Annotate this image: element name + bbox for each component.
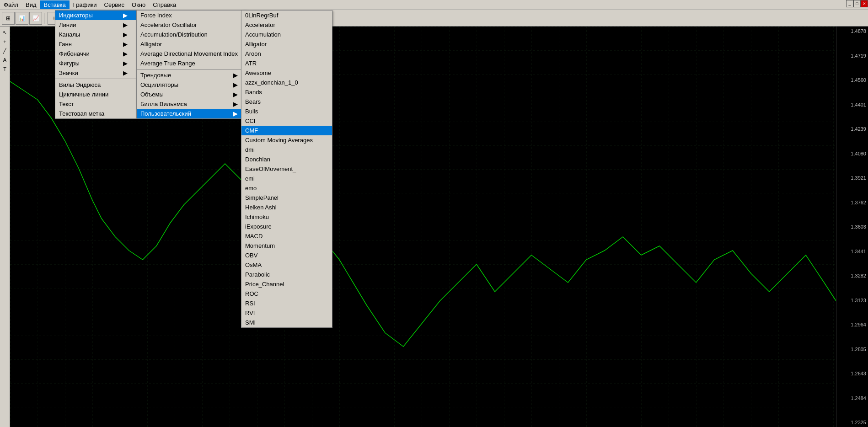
insert-item-text[interactable]: Текст bbox=[55, 99, 137, 109]
menu-window[interactable]: Окно bbox=[128, 0, 149, 9]
ind-item-volumes[interactable]: Объемы ▶ bbox=[137, 90, 247, 99]
custom-item-donchian[interactable]: Donchian bbox=[241, 155, 332, 164]
scale-val-7: 1.3762 bbox=[838, 200, 866, 205]
custom-item-macd[interactable]: MACD bbox=[241, 231, 332, 241]
custom-item-awesome[interactable]: Awesome bbox=[241, 68, 332, 78]
ind-item-custom[interactable]: Пользовательский ▶ bbox=[137, 109, 247, 118]
scale-val-11: 1.3123 bbox=[838, 298, 866, 303]
custom-item-accumulation[interactable]: Accumulation bbox=[241, 30, 332, 39]
left-btn-line[interactable]: ╱ bbox=[1, 47, 9, 55]
custom-item-accelerator[interactable]: Accelerator bbox=[241, 20, 332, 30]
custom-item-aroon[interactable]: Aroon bbox=[241, 49, 332, 59]
ind-item-trend[interactable]: Трендовые ▶ bbox=[137, 70, 247, 80]
scale-val-5: 1.4080 bbox=[838, 151, 866, 156]
custom-item-roc[interactable]: ROC bbox=[241, 289, 332, 299]
ind-item-alligator[interactable]: Alligator bbox=[137, 39, 247, 49]
menu-charts[interactable]: Графики bbox=[70, 0, 101, 9]
custom-item-bears[interactable]: Bears bbox=[241, 97, 332, 107]
custom-item-cmf[interactable]: CMF bbox=[241, 126, 332, 135]
ind-item-admi[interactable]: Average Directional Movement Index bbox=[137, 49, 247, 59]
custom-item-emi[interactable]: emi bbox=[241, 174, 332, 183]
lines-arrow: ▶ bbox=[123, 21, 128, 28]
scale-val-1: 1.4719 bbox=[838, 53, 866, 59]
insert-item-shapes[interactable]: Фигуры ▶ bbox=[55, 59, 137, 68]
custom-item-obv[interactable]: OBV bbox=[241, 251, 332, 260]
custom-item-iexposure[interactable]: iExposure bbox=[241, 222, 332, 231]
custom-item-atr[interactable]: ATR bbox=[241, 59, 332, 68]
scale-val-8: 1.3603 bbox=[838, 224, 866, 230]
custom-item-momentum[interactable]: Momentum bbox=[241, 241, 332, 251]
menu-service[interactable]: Сервис bbox=[101, 0, 129, 9]
insert-item-gann[interactable]: Ганн ▶ bbox=[55, 39, 137, 49]
toolbar-bar-btn[interactable]: 📈 bbox=[29, 12, 42, 25]
custom-item-simplepanel[interactable]: SimplePanel bbox=[241, 193, 332, 203]
fib-arrow: ▶ bbox=[123, 50, 128, 57]
ind-item-bill[interactable]: Билла Вильямса ▶ bbox=[137, 99, 247, 109]
insert-item-andrews[interactable]: Вилы Эндрюса bbox=[55, 80, 137, 90]
insert-item-indicators[interactable]: Индикаторы ▶ bbox=[55, 11, 137, 20]
ind-item-acc-osc[interactable]: Accelerator Oscillator bbox=[137, 20, 247, 30]
ind-item-osc[interactable]: Осцилляторы ▶ bbox=[137, 80, 247, 90]
toolbar-grid-btn[interactable]: ⊞ bbox=[2, 12, 15, 25]
custom-item-heiken[interactable]: Heiken Ashi bbox=[241, 203, 332, 212]
indicators-dropdown: Force Index Accelerator Oscillator Accum… bbox=[136, 10, 247, 119]
ind-item-acc-dist[interactable]: Accumulation/Distribution bbox=[137, 30, 247, 39]
shapes-arrow: ▶ bbox=[123, 60, 128, 67]
custom-item-ease[interactable]: EaseOfMovement_ bbox=[241, 164, 332, 174]
toolbar-sep1 bbox=[44, 13, 46, 24]
left-btn-cursor[interactable]: ↖ bbox=[1, 28, 9, 37]
signs-arrow: ▶ bbox=[123, 69, 128, 76]
ind-item-force[interactable]: Force Index bbox=[137, 11, 247, 20]
insert-item-fib[interactable]: Фибоначчи ▶ bbox=[55, 49, 137, 59]
insert-item-textlabel[interactable]: Текстовая метка bbox=[55, 109, 137, 118]
menu-insert[interactable]: Вставка bbox=[40, 0, 70, 9]
custom-item-rsi[interactable]: RSI bbox=[241, 299, 332, 308]
gann-arrow: ▶ bbox=[123, 41, 128, 48]
left-btn-crosshair[interactable]: + bbox=[1, 37, 9, 46]
custom-item-dmi[interactable]: dmi bbox=[241, 145, 332, 155]
bill-arrow: ▶ bbox=[233, 101, 238, 107]
restore-button[interactable]: □ bbox=[853, 0, 861, 7]
menu-view[interactable]: Вид bbox=[22, 0, 40, 9]
insert-item-cyclines[interactable]: Цикличные линии bbox=[55, 90, 137, 99]
insert-sep1 bbox=[55, 79, 137, 79]
custom-item-cci[interactable]: CCI bbox=[241, 116, 332, 126]
custom-item-price-channel[interactable]: Price_Channel bbox=[241, 279, 332, 289]
toolbar-candle-btn[interactable]: 📊 bbox=[16, 12, 28, 25]
custom-item-azzx[interactable]: azzx_donchian_1_0 bbox=[241, 78, 332, 87]
close-button[interactable]: ✕ bbox=[861, 0, 868, 7]
scale-val-4: 1.4239 bbox=[838, 126, 866, 132]
scale-val-2: 1.4560 bbox=[838, 77, 866, 83]
left-btn-text[interactable]: A bbox=[1, 56, 9, 64]
custom-item-smi[interactable]: SMI bbox=[241, 318, 332, 327]
insert-item-channels[interactable]: Каналы ▶ bbox=[55, 30, 137, 39]
scale-val-10: 1.3282 bbox=[838, 273, 866, 278]
menu-file[interactable]: Файл bbox=[0, 0, 22, 9]
ind-item-atr[interactable]: Average True Range bbox=[137, 59, 247, 68]
scale-val-6: 1.3921 bbox=[838, 175, 866, 181]
scale-val-13: 1.2805 bbox=[838, 347, 866, 352]
custom-item-custom-ma[interactable]: Custom Moving Averages bbox=[241, 135, 332, 145]
custom-item-ichimoku[interactable]: Ichimoku bbox=[241, 212, 332, 222]
ind-sep1 bbox=[137, 69, 247, 69]
custom-item-bulls[interactable]: Bulls bbox=[241, 107, 332, 116]
custom-item-rvi[interactable]: RVI bbox=[241, 308, 332, 318]
right-scale: 1.4878 1.4719 1.4560 1.4401 1.4239 1.408… bbox=[836, 27, 868, 427]
minimize-button[interactable]: _ bbox=[846, 0, 853, 7]
custom-item-0linregrbuf[interactable]: 0LinRegrBuf bbox=[241, 11, 332, 20]
custom-item-alligator[interactable]: Alligator bbox=[241, 39, 332, 49]
custom-dropdown: 0LinRegrBuf Accelerator Accumulation All… bbox=[241, 10, 332, 328]
menu-help[interactable]: Справка bbox=[149, 0, 180, 9]
window-controls: _ □ ✕ bbox=[846, 0, 868, 7]
custom-item-parabolic[interactable]: Parabolic bbox=[241, 270, 332, 279]
scale-val-15: 1.2484 bbox=[838, 395, 866, 401]
custom-item-emo[interactable]: emo bbox=[241, 183, 332, 193]
left-toolbar: ↖ + ╱ A T bbox=[0, 27, 10, 427]
scale-val-3: 1.4401 bbox=[838, 102, 866, 107]
indicators-arrow: ▶ bbox=[123, 12, 128, 19]
insert-item-lines[interactable]: Линии ▶ bbox=[55, 20, 137, 30]
custom-item-osma[interactable]: OsMA bbox=[241, 260, 332, 270]
custom-item-bands[interactable]: Bands bbox=[241, 87, 332, 97]
left-btn-label[interactable]: T bbox=[1, 65, 9, 73]
insert-item-signs[interactable]: Значки ▶ bbox=[55, 68, 137, 78]
